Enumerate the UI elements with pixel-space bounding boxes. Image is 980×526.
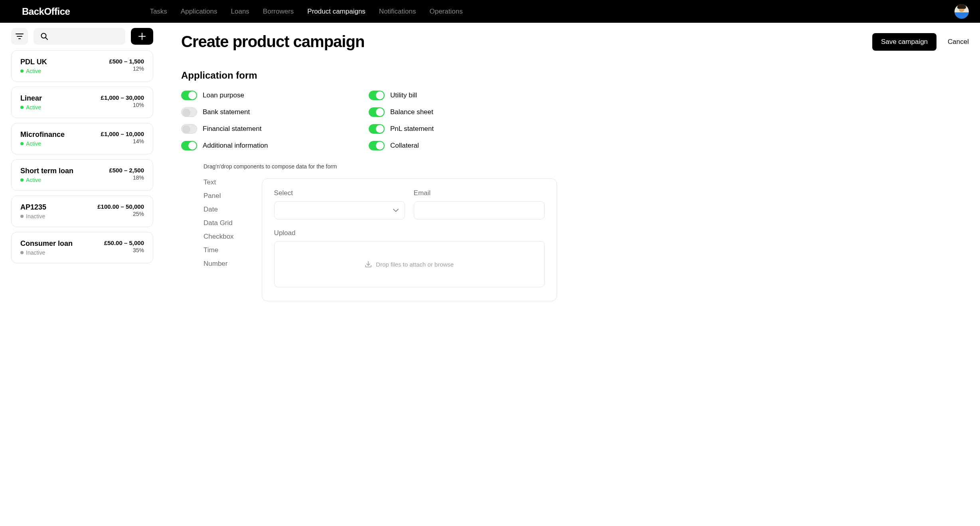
- select-input[interactable]: [274, 201, 405, 219]
- upload-dropzone[interactable]: Drop files to attach or browse: [274, 241, 545, 287]
- campaign-title: Short term loan: [20, 167, 73, 175]
- filter-icon: [16, 34, 24, 39]
- toggle-label: Loan purpose: [203, 91, 244, 99]
- field-email: Email: [414, 189, 545, 219]
- add-campaign-button[interactable]: [131, 28, 153, 45]
- form-toggles: Loan purpose Utility bill Bank statement…: [181, 91, 508, 150]
- nav-applications[interactable]: Applications: [181, 8, 217, 16]
- download-icon: [365, 261, 372, 268]
- component-palette: Text Panel Date Data Grid Checkbox Time …: [204, 178, 234, 268]
- campaign-card[interactable]: PDL UK Active £500 – 1,500 12%: [11, 50, 153, 82]
- nav-loans[interactable]: Loans: [231, 8, 249, 16]
- nav-borrowers[interactable]: Borrowers: [263, 8, 294, 16]
- page-title: Create product campaign: [181, 33, 364, 51]
- campaign-card[interactable]: Consumer loan Inactive £50.00 – 5,000 35…: [11, 232, 153, 263]
- email-input[interactable]: [414, 201, 545, 219]
- builder-hint: Drag'n'drop components to compose data f…: [181, 163, 969, 170]
- campaign-range: £500 – 1,500: [109, 58, 144, 65]
- campaign-range: £500 – 2,500: [109, 167, 144, 174]
- campaign-status: Inactive: [20, 213, 46, 219]
- field-label: Select: [274, 189, 405, 197]
- sidebar: PDL UK Active £500 – 1,500 12% Linear Ac…: [11, 28, 153, 301]
- toggle-switch[interactable]: [181, 107, 197, 117]
- toggle-utility-bill: Utility bill: [369, 91, 508, 100]
- save-campaign-button[interactable]: Save campaign: [872, 33, 937, 51]
- campaign-card[interactable]: Short term loan Active £500 – 2,500 18%: [11, 159, 153, 191]
- campaign-pct: 25%: [97, 211, 144, 217]
- campaign-card[interactable]: Linear Active £1,000 – 30,000 10%: [11, 87, 153, 118]
- toggle-switch[interactable]: [181, 124, 197, 134]
- header-actions: Save campaign Cancel: [872, 33, 969, 51]
- campaign-title: Consumer loan: [20, 239, 73, 248]
- status-dot-icon: [20, 178, 24, 182]
- toggle-label: Bank statement: [203, 108, 250, 116]
- toggle-additional-info: Additional information: [181, 141, 321, 150]
- topbar: BackOffice Tasks Applications Loans Borr…: [0, 0, 980, 23]
- toggle-switch[interactable]: [181, 91, 197, 100]
- status-dot-icon: [20, 69, 24, 73]
- campaign-status: Active: [20, 140, 65, 147]
- toggle-switch[interactable]: [369, 124, 385, 134]
- campaign-status: Active: [20, 68, 47, 74]
- campaign-pct: 18%: [109, 174, 144, 181]
- campaign-list: PDL UK Active £500 – 1,500 12% Linear Ac…: [11, 50, 153, 263]
- logo: BackOffice: [22, 6, 70, 17]
- campaign-title: Linear: [20, 94, 42, 103]
- toggle-switch[interactable]: [369, 91, 385, 100]
- nav-tasks[interactable]: Tasks: [150, 8, 167, 16]
- nav-product-campaigns[interactable]: Product campaigns: [307, 8, 366, 16]
- status-dot-icon: [20, 251, 24, 254]
- toggle-switch[interactable]: [369, 141, 385, 150]
- toggle-financial-statement: Financial statement: [181, 124, 321, 134]
- toggle-bank-statement: Bank statement: [181, 107, 321, 117]
- toggle-switch[interactable]: [369, 107, 385, 117]
- campaign-title: AP1235: [20, 203, 46, 212]
- toggle-loan-purpose: Loan purpose: [181, 91, 321, 100]
- campaign-range: £1,000 – 30,000: [101, 94, 144, 101]
- campaign-pct: 35%: [104, 247, 144, 253]
- dropzone-text: Drop files to attach or browse: [376, 261, 454, 268]
- palette-text[interactable]: Text: [204, 178, 234, 186]
- campaign-card[interactable]: AP1235 Inactive £100.00 – 50,000 25%: [11, 196, 153, 227]
- avatar[interactable]: [954, 4, 969, 19]
- field-label: Email: [414, 189, 545, 197]
- campaign-card[interactable]: Microfinance Active £1,000 – 10,000 14%: [11, 123, 153, 154]
- toggle-pnl-statement: PnL statement: [369, 124, 508, 134]
- cancel-button[interactable]: Cancel: [948, 38, 969, 46]
- toggle-switch[interactable]: [181, 141, 197, 150]
- palette-panel[interactable]: Panel: [204, 192, 234, 200]
- toggle-balance-sheet: Balance sheet: [369, 107, 508, 117]
- palette-data-grid[interactable]: Data Grid: [204, 219, 234, 227]
- campaign-pct: 12%: [109, 65, 144, 72]
- toggle-label: Utility bill: [390, 91, 417, 99]
- toggle-label: Balance sheet: [390, 108, 433, 116]
- palette-checkbox[interactable]: Checkbox: [204, 233, 234, 241]
- field-upload: Upload Drop files to attach or browse: [274, 229, 545, 287]
- status-dot-icon: [20, 142, 24, 145]
- field-label: Upload: [274, 229, 545, 237]
- filter-button[interactable]: [11, 28, 28, 45]
- toggle-label: PnL statement: [390, 125, 434, 133]
- main-header: Create product campaign Save campaign Ca…: [181, 33, 969, 51]
- campaign-pct: 10%: [101, 102, 144, 108]
- campaign-status: Inactive: [20, 249, 73, 256]
- palette-number[interactable]: Number: [204, 260, 234, 268]
- campaign-range: £1,000 – 10,000: [101, 131, 144, 137]
- nav-operations[interactable]: Operations: [429, 8, 462, 16]
- svg-line-4: [45, 38, 47, 40]
- status-dot-icon: [20, 215, 24, 218]
- toggle-label: Additional information: [203, 142, 268, 150]
- form-canvas: Select Email Upload D: [262, 178, 557, 301]
- main: Create product campaign Save campaign Ca…: [181, 28, 969, 301]
- form-builder: Text Panel Date Data Grid Checkbox Time …: [181, 178, 969, 301]
- nav-notifications[interactable]: Notifications: [379, 8, 416, 16]
- palette-date[interactable]: Date: [204, 206, 234, 214]
- campaign-status: Active: [20, 104, 42, 111]
- palette-time[interactable]: Time: [204, 246, 234, 254]
- campaign-pct: 14%: [101, 138, 144, 144]
- campaign-range: £100.00 – 50,000: [97, 203, 144, 210]
- toggle-label: Financial statement: [203, 125, 261, 133]
- search-button[interactable]: [34, 28, 125, 45]
- section-title: Application form: [181, 70, 969, 81]
- field-select: Select: [274, 189, 405, 219]
